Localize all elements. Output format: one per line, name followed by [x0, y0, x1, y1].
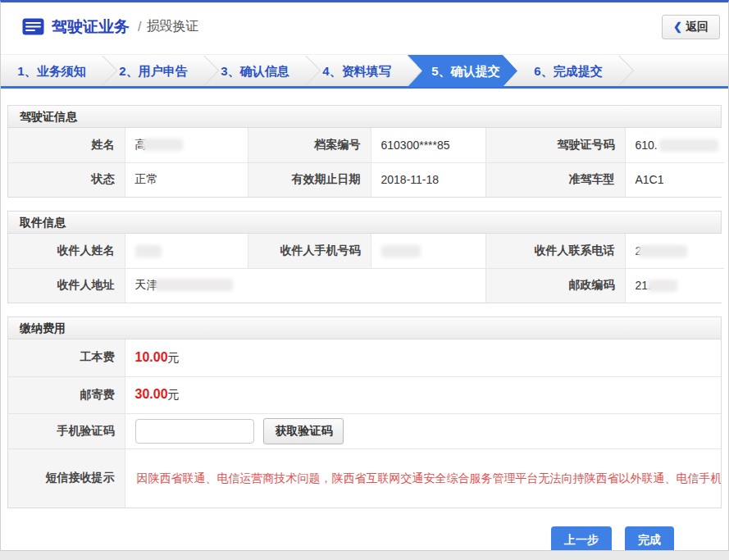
recipient-address-value: 天津: [125, 268, 485, 303]
redacted-value: [638, 245, 687, 257]
field-label: 有效期止日期: [248, 162, 371, 197]
back-button-label: 返回: [686, 20, 708, 34]
expiry-date-value: 2018-11-18: [371, 162, 485, 197]
field-label: 收件人姓名: [8, 234, 125, 268]
redacted-value: [142, 139, 183, 151]
license-card-icon: [22, 18, 44, 35]
step-tab-2[interactable]: 2、用户申告: [103, 55, 204, 87]
sms-code-cell: 获取验证码: [125, 413, 721, 448]
get-code-button[interactable]: 获取验证码: [263, 418, 344, 444]
sms-notice-text: 因陕西省联通、电信运营商技术问题，陕西省互联网交通安全综合服务管理平台无法向持陕…: [125, 448, 721, 508]
footer-actions: 上一步 完成: [7, 526, 722, 551]
field-label: 档案编号: [248, 128, 371, 162]
chevron-left-icon: ❮: [673, 20, 682, 33]
section-title: 驾驶证信息: [8, 106, 721, 128]
postal-code-value: 21.: [625, 268, 724, 303]
finish-button[interactable]: 完成: [625, 526, 674, 551]
step-tabs: 1、业务须知 2、用户申告 3、确认信息 4、资料填写 5、确认提交 6、完成提…: [1, 54, 728, 89]
tab-filler: [619, 55, 728, 86]
step-tab-5-active[interactable]: 5、确认提交: [408, 55, 517, 87]
section-title: 取件信息: [8, 212, 721, 234]
license-number-value: 610.: [625, 128, 724, 162]
pickup-info-table: 收件人姓名 收件人手机号码 收件人联系电话 2 收件人地址 天津 邮政编码 21…: [8, 234, 724, 303]
recipient-phone-value: 2: [625, 234, 724, 268]
name-value: 高: [125, 128, 248, 162]
status-value: 正常: [125, 162, 248, 197]
back-button[interactable]: ❮ 返回: [662, 15, 720, 39]
table-row: 状态 正常 有效期止日期 2018-11-18 准驾车型 A1C1: [8, 162, 724, 197]
step-tab-3[interactable]: 3、确认信息: [204, 55, 306, 87]
table-row: 手机验证码 获取验证码: [8, 413, 721, 448]
field-label: 收件人手机号码: [248, 234, 371, 268]
redacted-value: [659, 139, 718, 152]
field-label: 邮寄费: [8, 376, 125, 413]
page-container: 驾驶证业务 / 损毁换证 ❮ 返回 1、业务须知 2、用户申告 3、确认信息 4…: [0, 0, 729, 551]
sms-code-input[interactable]: [135, 419, 254, 444]
vehicle-class-value: A1C1: [625, 162, 724, 197]
field-label: 手机验证码: [8, 413, 125, 448]
redacted-value: [648, 280, 677, 292]
step-tab-6[interactable]: 6、完成提交: [517, 55, 619, 87]
field-label: 驾驶证号码: [485, 128, 625, 162]
section-fees: 缴纳费用 工本费 10.00元 邮寄费 30.00元 手机验证码 获取验证码: [7, 316, 722, 508]
breadcrumb-current: 损毁换证: [146, 18, 198, 35]
table-row: 收件人地址 天津 邮政编码 21.: [8, 268, 724, 303]
previous-step-button[interactable]: 上一步: [551, 526, 612, 551]
step-tab-4[interactable]: 4、资料填写: [306, 55, 408, 87]
step-tab-1[interactable]: 1、业务须知: [1, 55, 103, 87]
table-row: 工本费 10.00元: [8, 339, 721, 376]
field-label: 姓名: [8, 128, 125, 162]
file-number-value: 610300****85: [371, 128, 485, 162]
field-label: 状态: [8, 162, 125, 197]
mailing-fee-value: 30.00元: [125, 376, 721, 413]
breadcrumb-separator: /: [138, 20, 141, 34]
section-title: 缴纳费用: [8, 317, 721, 339]
recipient-name-value: [125, 234, 248, 268]
redacted-value: [381, 245, 421, 257]
section-license-info: 驾驶证信息 姓名 高 档案编号 610300****85 驾驶证号码 610. …: [7, 105, 722, 198]
table-row: 收件人姓名 收件人手机号码 收件人联系电话 2: [8, 234, 724, 268]
field-label: 工本费: [8, 339, 125, 376]
field-label: 邮政编码: [485, 268, 625, 303]
section-pickup-info: 取件信息 收件人姓名 收件人手机号码 收件人联系电话 2 收件人地址 天津 邮政…: [7, 211, 722, 303]
field-label: 收件人地址: [8, 268, 125, 303]
field-label: 短信接收提示: [8, 448, 125, 508]
table-row: 短信接收提示 因陕西省联通、电信运营商技术问题，陕西省互联网交通安全综合服务管理…: [8, 448, 721, 508]
fees-table: 工本费 10.00元 邮寄费 30.00元 手机验证码 获取验证码 短信接收提示: [8, 339, 721, 508]
page-title: 驾驶证业务: [52, 16, 130, 38]
main-content: 驾驶证信息 姓名 高 档案编号 610300****85 驾驶证号码 610. …: [1, 89, 728, 551]
recipient-mobile-value: [371, 234, 485, 268]
table-row: 姓名 高 档案编号 610300****85 驾驶证号码 610.: [8, 128, 724, 162]
header: 驾驶证业务 / 损毁换证 ❮ 返回: [1, 2, 728, 51]
field-label: 准驾车型: [485, 162, 625, 197]
license-info-table: 姓名 高 档案编号 610300****85 驾驶证号码 610. 状态 正常 …: [8, 128, 724, 197]
production-fee-value: 10.00元: [125, 339, 721, 376]
field-label: 收件人联系电话: [485, 234, 625, 268]
table-row: 邮寄费 30.00元: [8, 376, 721, 413]
redacted-value: [155, 279, 233, 291]
redacted-value: [135, 245, 162, 257]
